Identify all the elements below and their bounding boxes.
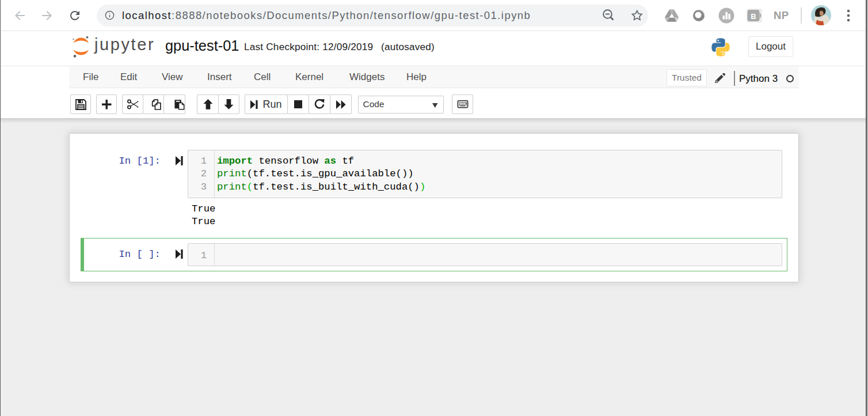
svg-text:B: B: [751, 12, 756, 21]
